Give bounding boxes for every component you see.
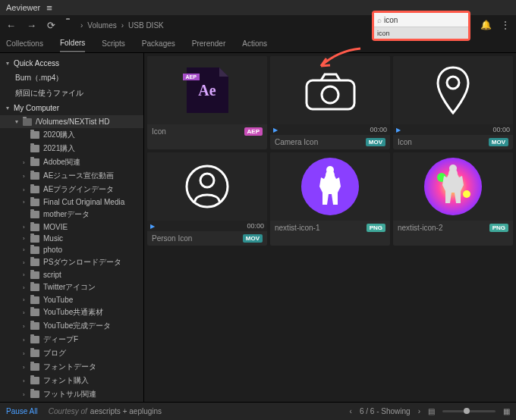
tree-item[interactable]: ›script [0,269,143,281]
sidebar-tree: 2020購入2021購入›Adobe関連›AEジュース宣伝動画›AEプラグインデ… [0,128,143,401]
tree-item[interactable]: ›YouTube共通素材 [0,306,143,319]
tab-prerender[interactable]: Prerender [192,36,225,52]
card-name: Person Icon [152,234,192,243]
format-badge: AEP [244,127,263,136]
card-name: Camera Icon [275,138,318,146]
thumbnail-image: AEPAe [147,56,267,124]
sidebar-item-burn[interactable]: Burn（.mp4） [0,71,143,86]
breadcrumb-sep: › [121,21,124,30]
play-icon[interactable]: ▶ [150,223,155,230]
thumbnail-image [393,152,513,221]
zoom-slider[interactable] [442,410,496,412]
thumbnail-card[interactable]: nextist-icon-2PNG [393,152,513,246]
next-button[interactable]: › [418,407,420,415]
breadcrumb[interactable]: › Volumes › USB DISK [80,21,168,30]
tree-item[interactable]: ›photo [0,244,143,255]
svg-point-6 [326,166,334,174]
sidebar-item-volume[interactable]: ▾/Volumes/NEXTist HD [0,115,143,128]
footer: Pause All Courtesy of aescripts + aeplug… [0,402,516,420]
format-badge: PNG [367,224,385,232]
svg-point-10 [449,165,457,172]
svg-rect-0 [307,80,354,109]
play-icon[interactable]: ▶ [273,127,278,133]
folder-icon[interactable] [66,20,70,31]
tree-item[interactable]: ›ディープF [0,333,143,346]
back-button[interactable]: ← [6,20,16,31]
time-label: 00:00 [247,222,264,230]
format-badge: PNG [489,224,508,232]
time-label: 00:00 [492,126,510,133]
tree-item[interactable]: ›YouTube [0,294,143,306]
brand-label: aescripts + aeplugins [90,407,162,415]
refresh-button[interactable]: ⟳ [47,20,55,31]
breadcrumb-item[interactable]: USB DISK [128,21,164,30]
tab-scripts[interactable]: Scripts [102,36,125,52]
play-icon[interactable]: ▶ [396,127,401,133]
tree-item[interactable]: ›Twitterアイコン [0,281,143,294]
tree-item[interactable]: ›フットサル関連 [0,387,143,401]
search-box[interactable]: ⌕ [374,13,468,27]
search-dropdown-item[interactable]: icon [374,27,468,39]
tree-item[interactable]: ›ブログ [0,346,143,360]
view-list-icon[interactable]: ▤ [428,407,435,415]
svg-point-1 [322,86,338,103]
courtesy-label: Courtesy of [49,407,87,415]
hamburger-icon[interactable]: ≡ [46,2,52,14]
prev-button[interactable]: ‹ [350,407,352,415]
thumbnail-card[interactable]: ▶00:00IconMOV [393,56,513,149]
forward-button[interactable]: → [27,20,36,31]
card-name: Icon [152,127,166,136]
breadcrumb-item[interactable]: Volumes [87,21,116,30]
tab-collections[interactable]: Collections [6,36,43,52]
svg-point-9 [463,190,470,198]
tree-item[interactable]: ›PSダウンロードデータ [0,255,143,269]
bell-icon[interactable]: 🔔 [480,20,492,30]
more-icon[interactable]: ⋮ [501,20,510,30]
sidebar-my-computer[interactable]: ▾My Computer [0,101,143,115]
thumbnail-image [147,152,267,221]
format-badge: MOV [366,138,385,146]
tree-item[interactable]: ›AEジュース宣伝動画 [0,169,143,183]
pause-all-button[interactable]: Pause All [6,407,38,415]
tree-item[interactable]: ›Music [0,233,143,244]
tab-folders[interactable]: Folders [60,35,85,52]
sidebar: ▾Quick Access Burn（.mp4） 頻回に使うファイル ▾My C… [0,53,144,402]
app-title: Aeviewer [6,3,40,12]
content-area: AEPAeIconAEP▶00:00Camera IconMOV▶00:00Ic… [144,53,516,402]
tree-item[interactable]: ›フォント購入 [0,374,143,387]
svg-point-2 [447,77,459,89]
thumbnail-image [270,56,390,124]
view-grid-icon[interactable]: ▦ [503,407,510,415]
tree-item[interactable]: ›YouTube完成データ [0,319,143,333]
status-text: 6 / 6 - Showing [360,407,411,415]
sidebar-item-freq[interactable]: 頻回に使うファイル [0,86,143,101]
card-name: nextist-icon-1 [275,224,319,232]
tree-item[interactable]: ›フォントデータ [0,360,143,374]
thumbnail-image [393,56,513,124]
format-badge: MOV [489,138,508,146]
search-input[interactable] [384,16,465,24]
tree-item[interactable]: ›MOVIE [0,221,143,233]
card-name: Icon [398,138,412,146]
breadcrumb-sep: › [80,21,83,30]
search-highlight: ⌕ icon [372,11,470,41]
sidebar-quick-access[interactable]: ▾Quick Access [0,56,143,71]
tree-item[interactable]: ›Adobe関連 [0,155,143,169]
thumbnail-card[interactable]: AEPAeIconAEP [147,56,267,149]
tree-item[interactable]: 2020購入 [0,128,143,142]
card-name: nextist-icon-2 [398,224,442,232]
thumbnail-grid: AEPAeIconAEP▶00:00Camera IconMOV▶00:00Ic… [147,56,513,246]
thumbnail-card[interactable]: nextist-icon-1PNG [270,152,390,246]
thumbnail-card[interactable]: ▶00:00Person IconMOV [147,152,267,246]
format-badge: MOV [243,234,263,243]
thumbnail-image [270,152,390,221]
tree-item[interactable]: ›AEプラグインデータ [0,183,143,196]
time-label: 00:00 [370,126,387,133]
tree-item[interactable]: motherデータ [0,208,143,221]
tree-item[interactable]: 2021購入 [0,142,143,155]
tree-item[interactable]: ›Final Cut Original Media [0,196,143,208]
tab-actions[interactable]: Actions [242,36,267,52]
tab-packages[interactable]: Packages [142,36,175,52]
thumbnail-card[interactable]: ▶00:00Camera IconMOV [270,56,390,149]
toolbar: ← → ⟳ › Volumes › USB DISK ⌕ icon ★ 🔔 ⋮ [0,15,516,35]
